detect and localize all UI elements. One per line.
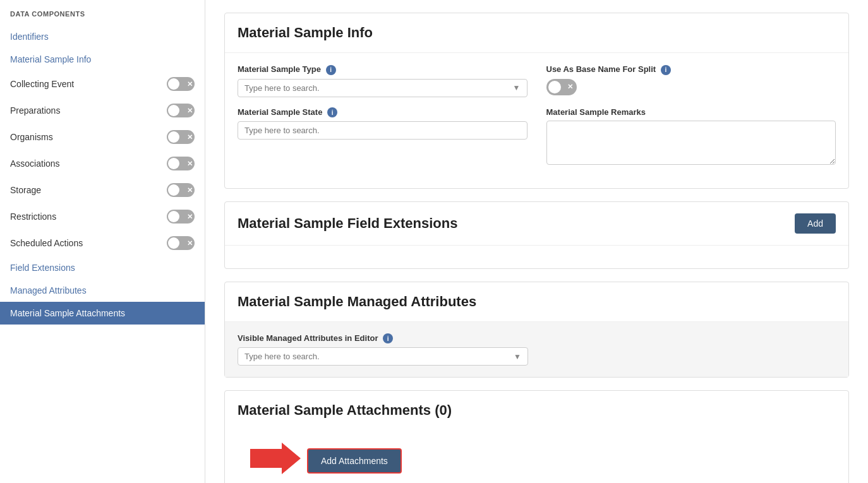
red-arrow-icon [250, 443, 301, 479]
sample-remarks-textarea[interactable] [546, 121, 836, 165]
sample-type-label: Material Sample Type i [238, 64, 527, 75]
sample-type-info-icon[interactable]: i [326, 65, 336, 75]
sample-type-input[interactable] [244, 83, 513, 93]
toggle-x-icon: ✕ [187, 239, 193, 247]
toggle-knob [168, 158, 179, 169]
section-field-ext-header: Material Sample Field Extensions Add [225, 202, 848, 246]
sidebar-item-identifiers[interactable]: Identifiers [0, 25, 205, 48]
restrictions-toggle[interactable]: ✕ [167, 210, 195, 224]
sidebar-item-organisms[interactable]: Organisms ✕ [0, 124, 205, 150]
sidebar-item-label-material-sample-info: Material Sample Info [10, 54, 91, 64]
form-group-sample-type: Material Sample Type i ▼ [238, 64, 527, 97]
base-name-toggle-bg[interactable]: ✕ [546, 79, 577, 95]
arrow-container: Add Attachments [238, 436, 836, 483]
organisms-toggle[interactable]: ✕ [167, 130, 195, 144]
sidebar-item-managed-attributes[interactable]: Managed Attributes [0, 279, 205, 302]
main-content: Material Sample Info Material Sample Typ… [205, 0, 868, 483]
section-material-sample-info: Material Sample Info Material Sample Typ… [224, 13, 849, 189]
section-attachments: Material Sample Attachments (0) Add Atta… [224, 390, 849, 483]
sidebar: DATA COMPONENTS Identifiers Material Sam… [0, 0, 205, 483]
toggle-knob [168, 105, 179, 116]
visible-managed-attr-info-icon[interactable]: i [383, 333, 393, 343]
sample-state-info-icon[interactable]: i [327, 107, 337, 117]
toggle-x-icon: ✕ [187, 160, 193, 168]
sidebar-item-storage[interactable]: Storage ✕ [0, 177, 205, 203]
field-extensions-add-button[interactable]: Add [795, 213, 836, 234]
toggle-x-icon: ✕ [187, 133, 193, 141]
section-info-header: Material Sample Info [225, 13, 848, 53]
toggle-knob [168, 211, 179, 222]
attachments-title: Material Sample Attachments (0) [225, 391, 848, 430]
form-group-sample-remarks: Material Sample Remarks [546, 107, 836, 167]
toggle-knob [168, 184, 179, 196]
base-name-toggle-knob [548, 81, 561, 93]
sidebar-item-scheduled-actions[interactable]: Scheduled Actions ✕ [0, 230, 205, 256]
storage-toggle[interactable]: ✕ [167, 183, 195, 197]
section-managed-attr-body: Visible Managed Attributes in Editor i ▼ [225, 322, 848, 378]
sidebar-item-label-associations: Associations [10, 158, 60, 169]
form-group-base-name: Use As Base Name For Split i ✕ [546, 64, 836, 97]
attachments-body: Add Attachments [225, 430, 848, 483]
sidebar-item-label-organisms: Organisms [10, 132, 53, 142]
sidebar-item-material-sample-info[interactable]: Material Sample Info [0, 48, 205, 71]
sample-type-input-wrap[interactable]: ▼ [238, 79, 527, 97]
visible-managed-attr-input[interactable] [244, 352, 514, 361]
sample-type-chevron-icon: ▼ [513, 83, 521, 92]
toggle-x-icon: ✕ [187, 213, 193, 221]
base-name-info-icon[interactable]: i [661, 65, 671, 75]
sidebar-item-label-managed-attributes: Managed Attributes [10, 285, 87, 295]
toggle-knob [168, 131, 179, 143]
visible-managed-attr-chevron-icon: ▼ [514, 352, 521, 361]
toggle-knob [168, 237, 179, 249]
sample-state-input-wrap[interactable] [238, 121, 527, 140]
svg-marker-0 [250, 443, 301, 474]
preparations-toggle[interactable]: ✕ [167, 104, 195, 117]
base-name-toggle-x-icon: ✕ [567, 83, 573, 91]
base-name-label: Use As Base Name For Split i [546, 64, 836, 75]
sidebar-item-label-storage: Storage [10, 185, 41, 195]
collecting-event-toggle[interactable]: ✕ [167, 77, 195, 91]
sidebar-item-associations[interactable]: Associations ✕ [0, 150, 205, 177]
sample-remarks-label: Material Sample Remarks [546, 107, 836, 117]
form-row-top: Material Sample Type i ▼ Use As Base Nam… [238, 64, 836, 97]
sidebar-item-label-material-sample-attachments: Material Sample Attachments [10, 308, 125, 318]
section-field-extensions: Material Sample Field Extensions Add [224, 201, 849, 269]
toggle-x-icon: ✕ [187, 107, 193, 115]
sidebar-item-label-field-extensions: Field Extensions [10, 263, 75, 273]
sidebar-item-label-preparations: Preparations [10, 105, 60, 116]
toggle-knob [168, 78, 179, 90]
toggle-x-icon: ✕ [187, 80, 193, 88]
sample-state-input[interactable] [244, 126, 521, 135]
section-managed-attributes: Material Sample Managed Attributes Visib… [224, 282, 849, 378]
associations-toggle[interactable]: ✕ [167, 157, 195, 170]
section-field-ext-body [225, 246, 848, 268]
form-group-visible-managed-attr: Visible Managed Attributes in Editor i ▼ [238, 333, 836, 366]
sidebar-item-preparations[interactable]: Preparations ✕ [0, 97, 205, 124]
sidebar-item-label-restrictions: Restrictions [10, 212, 56, 222]
sidebar-item-material-sample-attachments[interactable]: Material Sample Attachments [0, 302, 205, 325]
form-row-bottom: Material Sample State i Material Sample … [238, 107, 836, 167]
section-info-title: Material Sample Info [238, 25, 836, 41]
toggle-x-icon: ✕ [187, 186, 193, 194]
sidebar-item-collecting-event[interactable]: Collecting Event ✕ [0, 71, 205, 97]
section-managed-attr-title: Material Sample Managed Attributes [238, 294, 836, 310]
sidebar-item-field-extensions[interactable]: Field Extensions [0, 256, 205, 279]
sidebar-item-label-identifiers: Identifiers [10, 32, 49, 42]
section-info-body: Material Sample Type i ▼ Use As Base Nam… [225, 53, 848, 188]
form-group-sample-state: Material Sample State i [238, 107, 527, 167]
visible-managed-attr-label: Visible Managed Attributes in Editor i [238, 333, 836, 344]
section-managed-attr-header: Material Sample Managed Attributes [225, 282, 848, 322]
base-name-toggle[interactable]: ✕ [546, 79, 836, 95]
sample-state-label: Material Sample State i [238, 107, 527, 118]
visible-managed-attr-input-wrap[interactable]: ▼ [238, 347, 528, 366]
section-field-ext-header-row: Material Sample Field Extensions Add [238, 213, 836, 234]
sidebar-title: DATA COMPONENTS [0, 10, 205, 25]
sidebar-item-label-collecting-event: Collecting Event [10, 79, 74, 89]
sidebar-item-label-scheduled-actions: Scheduled Actions [10, 238, 83, 248]
add-attachments-button[interactable]: Add Attachments [307, 448, 402, 474]
scheduled-actions-toggle[interactable]: ✕ [167, 236, 195, 250]
sidebar-item-restrictions[interactable]: Restrictions ✕ [0, 203, 205, 230]
section-field-ext-title: Material Sample Field Extensions [238, 215, 457, 232]
